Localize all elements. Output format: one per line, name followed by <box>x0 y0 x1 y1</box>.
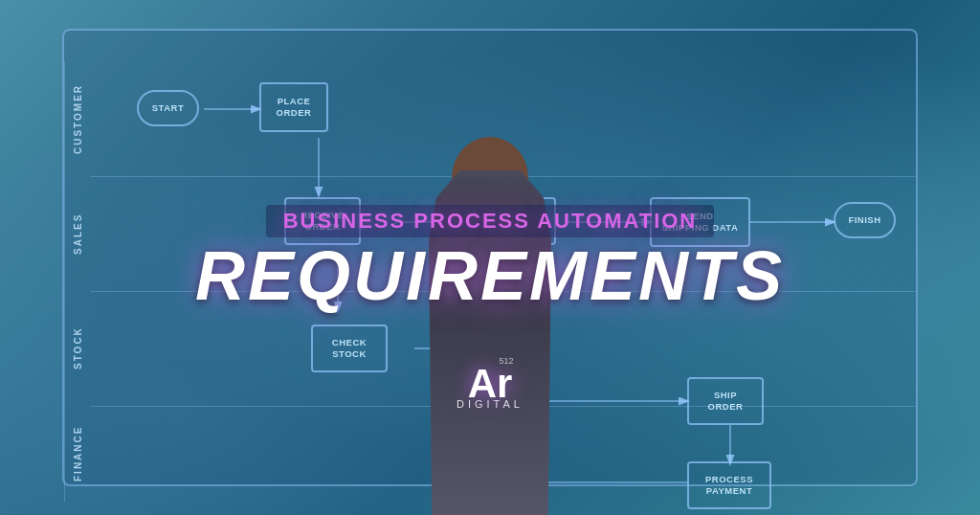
person-silhouette <box>385 151 595 515</box>
node-start: START <box>137 90 199 126</box>
node-send-shipping: SEND SHIPPING DATA <box>650 197 750 247</box>
lane-finance-label: FINANCE <box>64 406 91 502</box>
logo-ar: Ar <box>468 364 513 404</box>
node-receive-order: RECEIVE ORDER <box>284 197 361 245</box>
logo: 512 Ar DIGITAL <box>457 364 523 410</box>
lane-stock-label: STOCK <box>64 291 91 406</box>
node-check-stock: CHECK STOCK <box>311 325 388 372</box>
lane-sales-label: SALES <box>64 176 91 291</box>
node-ship-order: SHIP ORDER <box>687 377 764 425</box>
lane-customer-label: CUSTOMER <box>64 61 91 176</box>
logo-number: 512 <box>483 356 530 366</box>
node-place-order: PLACE ORDER <box>259 82 328 132</box>
node-finish: FINISH <box>834 202 896 238</box>
node-process-payment: PROCESS PAYMENT <box>687 461 771 509</box>
person-body <box>413 170 567 515</box>
